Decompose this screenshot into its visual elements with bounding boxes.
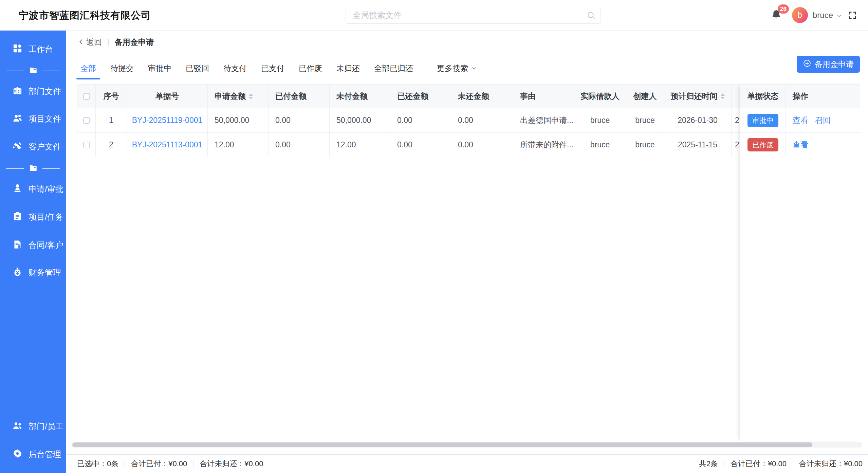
cell-creator: bruce (626, 133, 664, 157)
dashboard-icon (12, 43, 23, 56)
tab-voided[interactable]: 已作废 (299, 54, 322, 82)
breadcrumb-separator (108, 39, 109, 46)
sidebar-item-workbench[interactable]: 工作台 (0, 40, 66, 58)
total-unreturned-left: 合计未归还：¥0.00 (200, 459, 263, 469)
doc-no-link[interactable]: BYJ-20251119-0001 (132, 116, 203, 125)
cell-expected-return-date: 2026-01-30 (664, 108, 732, 133)
company-name: 宁波市智蓝图汇科技有限公司 (19, 0, 151, 31)
gear-icon (12, 448, 23, 461)
active-tab-underline (76, 78, 100, 79)
chevron-down-icon (472, 64, 477, 73)
stamp-icon (12, 183, 23, 196)
cell-returned-amount: 0.00 (390, 133, 451, 157)
view-link[interactable]: 查看 (793, 115, 808, 126)
fixed-row: 审批中 查看 召回 (740, 108, 860, 133)
user-menu-chevron-icon[interactable] (836, 13, 843, 20)
cell-unreturned-amount: 0.00 (451, 133, 513, 157)
people-icon (12, 420, 23, 433)
scrollbar-thumb[interactable] (72, 442, 812, 447)
total-paid-left: 合计已付：¥0.00 (131, 459, 187, 469)
cell-clipped: 2 (732, 133, 741, 157)
sort-icon[interactable] (249, 93, 253, 99)
new-petty-cash-button[interactable]: 备用金申请 (797, 56, 860, 73)
global-search-input[interactable] (346, 7, 601, 24)
col-header-returned-amount: 已还金额 (390, 85, 451, 108)
fullscreen-icon[interactable] (848, 11, 857, 21)
clipped-column (732, 85, 741, 108)
more-search-dropdown[interactable]: 更多搜索 (437, 63, 477, 74)
cell-reason: 所带来的附件... (513, 133, 574, 157)
status-badge: 审批中 (747, 114, 778, 127)
sidebar-item-label: 工作台 (29, 44, 53, 55)
back-button[interactable]: 返回 (78, 37, 102, 48)
sidebar: 工作台 部门文件 (0, 31, 66, 473)
select-all-checkbox[interactable] (83, 93, 90, 100)
clipboard-icon (12, 211, 23, 223)
table-row: 1 BYJ-20251119-0001 50,000.00 0.00 50,00… (77, 108, 741, 133)
sidebar-item-project-tasks[interactable]: 项目/任务 (0, 208, 66, 226)
cell-seq: 1 (96, 108, 127, 133)
view-link[interactable]: 查看 (793, 140, 808, 150)
col-header-operation: 操作 (786, 85, 860, 108)
col-header-expected-return-date: 预计归还时间 (664, 85, 732, 108)
status-bar-left: 已选中：0条 合计已付：¥0.00 合计未归还：¥0.00 (77, 459, 263, 469)
tab-rejected[interactable]: 已驳回 (186, 54, 209, 82)
cell-paid-amount: 0.00 (269, 108, 330, 133)
sidebar-item-label: 部门文件 (29, 86, 61, 97)
sidebar-divider (0, 164, 66, 174)
user-avatar[interactable]: b (792, 7, 808, 23)
table-header-row: 序号 单据号 申请金额 已付金额 未付金额 已还金额 未还金额 事由 实际借款人… (77, 85, 741, 108)
sidebar-item-project-files[interactable]: 项目文件 (0, 110, 66, 128)
sidebar-item-label: 申请/审批 (29, 184, 63, 195)
col-header-paid-amount: 已付金额 (269, 85, 330, 108)
doc-no-link[interactable]: BYJ-20251113-0001 (132, 140, 203, 149)
search-icon (587, 11, 595, 21)
cell-actual-borrower: bruce (574, 133, 626, 157)
sidebar-item-label: 后台管理 (29, 449, 61, 460)
cell-seq: 2 (96, 133, 127, 157)
tab-pending-submit[interactable]: 待提交 (110, 54, 134, 82)
page-title: 备用金申请 (115, 37, 154, 48)
sidebar-item-dept-staff[interactable]: 部门/员工 (0, 417, 66, 436)
sidebar-item-contract-client[interactable]: 合同/客户 (0, 236, 66, 254)
status-bar-right: 共2条 合计已付：¥0.00 合计未归还：¥0.00 (699, 459, 863, 469)
global-search (346, 7, 601, 24)
cell-clipped: 2 (732, 108, 741, 133)
sidebar-item-label: 财务管理 (29, 267, 61, 278)
petty-cash-table: 序号 单据号 申请金额 已付金额 未付金额 已还金额 未还金额 事由 实际借款人… (77, 84, 860, 441)
cell-returned-amount: 0.00 (390, 108, 451, 133)
username[interactable]: bruce (813, 0, 833, 31)
app-window: 宁波市智蓝图汇科技有限公司 26 b bruce (0, 0, 868, 473)
sidebar-item-label: 部门/员工 (29, 421, 63, 432)
sort-icon[interactable] (721, 93, 725, 99)
sidebar-item-apply-approval[interactable]: 申请/审批 (0, 180, 66, 198)
tab-pending-pay[interactable]: 待支付 (223, 54, 247, 82)
tab-all-returned[interactable]: 全部已归还 (374, 54, 413, 82)
team-icon (12, 113, 23, 125)
sidebar-item-label: 客户文件 (29, 141, 61, 152)
cell-apply-amount: 12.00 (208, 133, 269, 157)
tab-approving[interactable]: 审批中 (148, 54, 171, 82)
recall-link[interactable]: 召回 (815, 115, 831, 126)
sidebar-item-dept-files[interactable]: 部门文件 (0, 82, 66, 101)
circle-plus-icon (803, 59, 811, 70)
contract-icon (12, 239, 23, 252)
status-tabs: 全部 待提交 审批中 已驳回 待支付 已支付 已作废 未归还 全部已归还 更多搜… (66, 54, 868, 82)
row-checkbox[interactable] (83, 142, 90, 148)
breadcrumb: 返回 备用金申请 (66, 31, 868, 54)
sidebar-item-client-files[interactable]: 客户文件 (0, 138, 66, 156)
folder-icon (29, 66, 38, 76)
sidebar-item-admin[interactable]: 后台管理 (0, 445, 66, 463)
col-header-reason: 事由 (513, 85, 574, 108)
statusbar-separator (125, 460, 125, 468)
sidebar-item-finance[interactable]: 财务管理 (0, 263, 66, 282)
tab-unreturned[interactable]: 未归还 (336, 54, 360, 82)
moneybag-icon (12, 267, 23, 279)
statusbar-separator (724, 460, 724, 468)
top-header: 宁波市智蓝图汇科技有限公司 26 b bruce (0, 0, 868, 31)
horizontal-scrollbar[interactable] (71, 442, 862, 448)
cell-paid-amount: 0.00 (269, 133, 330, 157)
tab-paid[interactable]: 已支付 (261, 54, 284, 82)
tab-all[interactable]: 全部 (80, 54, 96, 82)
row-checkbox[interactable] (83, 117, 90, 124)
